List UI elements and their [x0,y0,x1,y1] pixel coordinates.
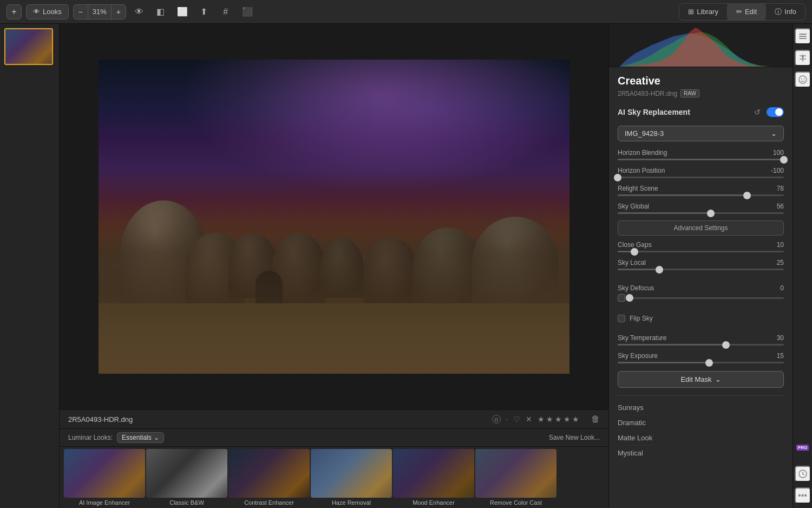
sunrays-item[interactable]: Sunrays [618,400,784,415]
sky-local-track[interactable] [618,269,784,270]
looks-strip: AI Image Enhancer Classic B&W Contrast E… [60,447,608,508]
relight-scene-thumb[interactable] [743,192,751,199]
flag-circle[interactable]: ○ [492,415,501,424]
relight-scene-slider: Relight Scene 78 [618,185,784,196]
layers-icon-button[interactable] [795,28,811,44]
fullscreen-button[interactable]: ⬛ [239,3,256,21]
look-item-mood[interactable]: Mood Enhancer [393,449,474,506]
edit-label: Edit [745,8,757,16]
edit-mask-button[interactable]: Edit Mask ⌄ [618,371,784,388]
star-rating[interactable]: ★ ★ ★ ★ ★ [538,415,579,424]
sky-exposure-track[interactable] [618,362,784,363]
edit-icon: ✏ [736,8,742,16]
look-thumb-bw [146,449,227,498]
look-item-bw[interactable]: Classic B&W [146,449,227,506]
close-gaps-track[interactable] [618,251,784,252]
sky-exposure-thumb[interactable] [705,359,713,367]
look-item-color-cast[interactable]: Remove Color Cast [475,449,556,506]
nav-tabs: ⊞ Library ✏ Edit ⓘ Info [679,3,806,21]
sky-exposure-value: 15 [777,352,784,360]
zoom-level[interactable]: 31% [88,5,112,19]
sky-global-fill [618,212,711,214]
mystical-item[interactable]: Mystical [618,446,784,461]
face-icon-button[interactable] [795,71,811,88]
add-button[interactable]: + [6,4,22,19]
sky-defocus-track[interactable] [630,297,784,299]
share-button[interactable]: ⬆ [195,3,213,21]
delete-button[interactable]: 🗑 [591,414,600,424]
advanced-settings-button[interactable]: Advanced Settings [618,220,784,236]
star-1[interactable]: ★ [538,415,545,424]
sky-local-thumb[interactable] [656,266,663,273]
relight-scene-track[interactable] [618,194,784,196]
info-tab[interactable]: ⓘ Info [766,4,805,20]
sky-temperature-track[interactable] [618,344,784,346]
ellipsis-icon: ••• [798,491,807,500]
svg-rect-0 [799,34,807,35]
relight-scene-label: Relight Scene [618,185,658,192]
grid-button[interactable]: # [217,3,234,21]
main-area: 2R5A0493-HDR.dng ○ · ♡ ✕ ★ ★ ★ ★ ★ 🗑 Lum… [0,24,812,508]
edit-mask-label: Edit Mask [680,375,711,383]
look-item-contrast[interactable]: Contrast Enhancer [228,449,310,506]
look-label-mood: Mood Enhancer [412,499,455,506]
sky-temperature-thumb[interactable] [722,341,730,349]
edit-tab[interactable]: ✏ Edit [728,4,765,20]
raw-badge: RAW [680,89,699,97]
sky-global-track[interactable] [618,212,784,214]
close-gaps-thumb[interactable] [631,248,638,256]
library-tab[interactable]: ⊞ Library [679,4,727,20]
ai-sky-toggle[interactable] [767,107,784,117]
star-3[interactable]: ★ [555,415,562,424]
history-icon-button[interactable] [795,466,811,482]
look-thumb-mood [393,449,474,498]
preview-button[interactable]: 👁 [130,3,148,21]
zoom-group: − 31% + [73,4,126,19]
sky-defocus-thumb[interactable] [626,294,633,302]
horizon-blending-fill [618,159,784,160]
looks-button[interactable]: 👁 Looks [26,4,69,19]
sky-defocus-row [618,294,784,302]
zoom-plus-button[interactable]: + [112,5,126,19]
save-look-button[interactable]: Save New Look... [549,434,600,441]
relight-scene-value: 78 [777,185,784,192]
svg-point-9 [803,79,804,80]
matte-look-item[interactable]: Matte Look [618,431,784,446]
compare-button[interactable]: ◧ [152,3,169,21]
looks-collection-dropdown[interactable]: Essentials ⌄ [117,432,164,443]
heart-button[interactable]: ♡ [513,415,520,424]
library-icon: ⊞ [688,8,694,16]
horizon-position-thumb[interactable] [614,174,621,181]
flip-sky-row: Flip Sky [618,315,784,322]
flip-sky-checkbox[interactable] [618,315,625,322]
relight-scene-fill [618,194,747,196]
look-thumb-img-bw [146,449,227,498]
sky-image-dropdown[interactable]: IMG_9428-3 ⌄ [618,126,784,141]
look-label-color-cast: Remove Color Cast [490,499,542,506]
look-item-ai-enhancer[interactable]: AI Image Enhancer [64,449,145,506]
horizon-position-track[interactable] [618,177,784,178]
sky-temperature-fill [618,344,726,346]
dramatic-item[interactable]: Dramatic [618,415,784,431]
look-item-haze[interactable]: Haze Removal [311,449,392,506]
zoom-minus-button[interactable]: − [74,5,88,19]
sky-global-thumb[interactable] [707,210,715,217]
horizon-blending-thumb[interactable] [780,156,788,164]
reset-button[interactable]: ↺ [751,106,763,118]
reject-button[interactable]: ✕ [526,415,532,424]
main-photo [99,60,569,374]
look-thumb-img-contrast [228,449,310,498]
adjustments-icon-button[interactable] [795,50,811,66]
more-icon-button[interactable]: ••• [795,487,811,504]
horizon-blending-track[interactable] [618,159,784,160]
look-thumb-haze [311,449,392,498]
look-label-haze: Haze Removal [332,499,371,506]
svg-rect-1 [799,36,807,37]
sky-image-name: IMG_9428-3 [625,129,664,138]
filmstrip-thumb[interactable] [4,28,53,65]
crop-button[interactable]: ⬜ [174,3,191,21]
star-4[interactable]: ★ [564,415,571,424]
sky-global-slider: Sky Global 56 [618,203,784,214]
star-2[interactable]: ★ [546,415,553,424]
star-5[interactable]: ★ [572,415,579,424]
